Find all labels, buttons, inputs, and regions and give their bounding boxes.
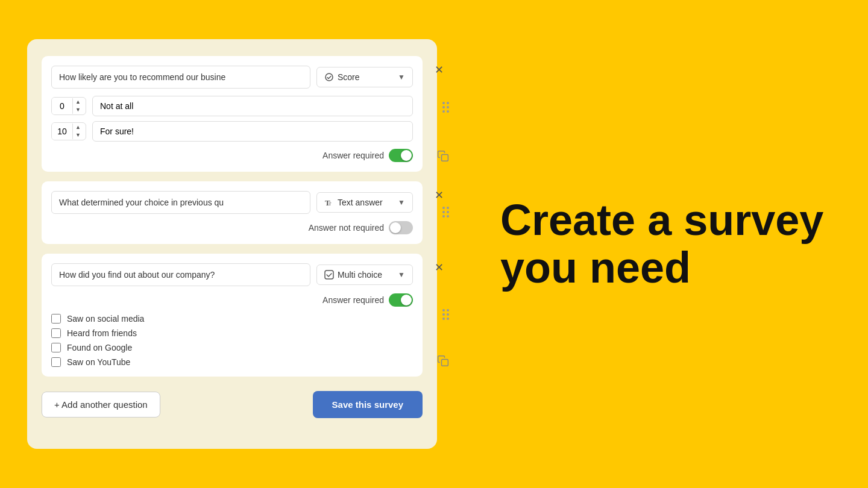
choice-label-0: Saw on social media <box>67 314 144 324</box>
copy-icon-1 <box>437 150 449 162</box>
type-label-1: Score <box>338 72 360 82</box>
drag-dots-2 <box>442 207 449 217</box>
checkbox-list-3: Saw on social media Heard from friends F… <box>51 314 413 367</box>
checkbox-svg-icon <box>324 270 334 280</box>
text-svg-icon: T r <box>324 198 334 207</box>
choice-item-2[interactable]: Found on Google <box>51 343 413 352</box>
chevron-icon-3: ▼ <box>398 271 405 279</box>
survey-container: Score ▼ ▲ ▼ <box>27 39 437 449</box>
choice-label-3: Saw on YouTube <box>67 357 130 367</box>
toggle-knob-2 <box>390 222 401 233</box>
answer-required-label-3: Answer required <box>322 295 384 305</box>
drag-handle-3[interactable] <box>442 309 449 320</box>
question-card-2: T r Text answer ▼ Answer not required ✕ <box>42 181 423 244</box>
score-row-1: ▲ ▼ ▲ ▼ <box>51 96 413 142</box>
question-input-2[interactable] <box>51 191 310 214</box>
answer-required-toggle-2[interactable] <box>389 221 413 234</box>
svg-rect-1 <box>442 155 448 161</box>
question-card-1: Score ▼ ▲ ▼ <box>42 56 423 172</box>
score-label-1[interactable] <box>92 121 413 142</box>
choice-item-0[interactable]: Saw on social media <box>51 314 413 324</box>
score-spinners-1: ▲ ▼ <box>72 124 83 139</box>
answer-required-row-2: Answer not required <box>51 221 413 234</box>
svg-point-0 <box>326 74 333 81</box>
copy-button-3[interactable] <box>437 355 449 369</box>
answer-required-toggle-1[interactable] <box>389 149 413 162</box>
drag-handle-1[interactable] <box>442 102 449 113</box>
svg-rect-5 <box>442 360 448 366</box>
choice-item-1[interactable]: Heard from friends <box>51 328 413 338</box>
card-header-3: Multi choice ▼ <box>51 263 413 286</box>
chevron-icon-2: ▼ <box>398 198 405 207</box>
choice-checkbox-2[interactable] <box>51 343 61 352</box>
svg-rect-4 <box>325 271 333 279</box>
drag-handle-2[interactable] <box>442 207 449 217</box>
question-input-3[interactable] <box>51 263 310 286</box>
question-card-3: Multi choice ▼ Answer required Saw on so… <box>42 254 423 377</box>
chevron-icon-1: ▼ <box>398 73 405 81</box>
left-panel: Score ▼ ▲ ▼ <box>0 0 464 488</box>
score-entry-0: ▲ ▼ <box>51 96 413 116</box>
score-icon: Score <box>324 72 360 82</box>
score-number-0: ▲ ▼ <box>51 97 86 115</box>
type-label-3: Multi choice <box>338 270 382 280</box>
type-select-1[interactable]: Score ▼ <box>316 67 413 87</box>
toggle-knob-3 <box>401 295 412 305</box>
choice-checkbox-1[interactable] <box>51 328 61 338</box>
choice-checkbox-3[interactable] <box>51 357 61 367</box>
type-select-2[interactable]: T r Text answer ▼ <box>316 192 413 213</box>
score-spinners-0: ▲ ▼ <box>72 98 83 114</box>
score-value-1[interactable] <box>52 123 72 140</box>
score-svg-icon <box>324 72 334 82</box>
drag-dots-1 <box>442 102 449 113</box>
copy-button-1[interactable] <box>437 150 449 164</box>
choice-checkbox-0[interactable] <box>51 314 61 324</box>
answer-required-row-1: Answer required <box>51 149 413 162</box>
headline-line2: you need <box>500 244 823 292</box>
footer-row: + Add another question Save this survey <box>42 391 423 418</box>
save-survey-button[interactable]: Save this survey <box>313 391 423 418</box>
score-entry-1: ▲ ▼ <box>51 121 413 142</box>
score-up-1[interactable]: ▲ <box>73 124 83 131</box>
close-button-1[interactable]: ✕ <box>430 61 448 79</box>
score-number-1: ▲ ▼ <box>51 122 86 140</box>
choice-label-2: Found on Google <box>67 343 132 352</box>
headline-line1: Create a survey <box>500 196 823 244</box>
score-label-0[interactable] <box>92 96 413 116</box>
multi-choice-icon: Multi choice <box>324 270 382 280</box>
toggle-knob-1 <box>401 150 412 161</box>
answer-required-toggle-3[interactable] <box>389 293 413 307</box>
choice-item-3[interactable]: Saw on YouTube <box>51 357 413 367</box>
score-up-0[interactable]: ▲ <box>73 98 83 106</box>
answer-required-label-1: Answer required <box>322 151 384 160</box>
close-button-2[interactable]: ✕ <box>430 186 448 204</box>
right-panel: Create a survey you need <box>464 160 868 328</box>
close-button-3[interactable]: ✕ <box>430 258 448 277</box>
copy-icon-3 <box>437 355 449 367</box>
type-label-2: Text answer <box>338 198 383 207</box>
answer-required-label-2: Answer not required <box>309 223 384 233</box>
score-down-1[interactable]: ▼ <box>73 131 83 139</box>
type-select-3[interactable]: Multi choice ▼ <box>316 264 413 285</box>
svg-text:r: r <box>329 200 332 207</box>
card-header-1: Score ▼ <box>51 66 413 89</box>
choice-label-1: Heard from friends <box>67 328 137 338</box>
question-input-1[interactable] <box>51 66 310 89</box>
answer-required-row-3: Answer required <box>51 293 413 307</box>
headline: Create a survey you need <box>500 196 823 292</box>
score-down-0[interactable]: ▼ <box>73 106 83 114</box>
drag-dots-3 <box>442 309 449 320</box>
card-header-2: T r Text answer ▼ <box>51 191 413 214</box>
add-question-button[interactable]: + Add another question <box>42 392 160 418</box>
score-value-0[interactable] <box>52 98 72 114</box>
text-answer-icon: T r Text answer <box>324 198 383 207</box>
